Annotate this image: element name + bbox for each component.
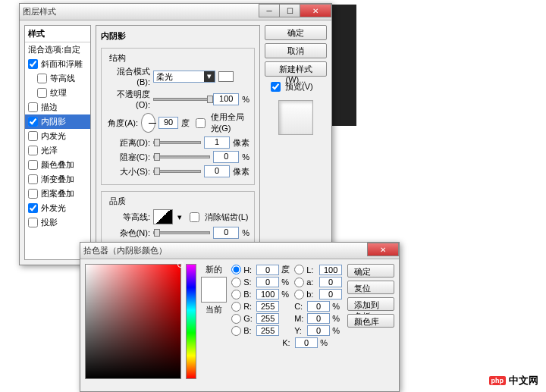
- current-color-label: 当前: [206, 304, 222, 315]
- layer-style-window: 图层样式 ─ ☐ ✕ 样式 混合选项:自定 斜面和浮雕 等高线 纹理 描边 内阴…: [19, 3, 332, 265]
- close-button[interactable]: ✕: [300, 4, 331, 17]
- check-drop-shadow[interactable]: [28, 218, 38, 227]
- radio-lab-b[interactable]: [294, 290, 304, 299]
- list-item[interactable]: 斜面和浮雕: [25, 57, 90, 71]
- panel-title: 内阴影: [101, 30, 255, 42]
- style-list: 样式 混合选项:自定 斜面和浮雕 等高线 纹理 描边 内阴影 内发光 光泽 颜色…: [24, 25, 91, 260]
- blend-options-item[interactable]: 混合选项:自定: [25, 42, 90, 57]
- radio-g[interactable]: [231, 314, 241, 324]
- list-item-inner-shadow[interactable]: 内阴影: [25, 114, 90, 129]
- logo-badge: php: [489, 376, 507, 385]
- h-input[interactable]: 0: [256, 265, 279, 275]
- distance-value[interactable]: 1: [204, 136, 230, 149]
- check-texture[interactable]: [37, 88, 47, 98]
- list-item[interactable]: 渐变叠加: [25, 172, 90, 187]
- radio-bb[interactable]: [231, 326, 241, 336]
- maximize-button[interactable]: ☐: [279, 4, 300, 17]
- list-item[interactable]: 外发光: [25, 201, 90, 215]
- choke-slider[interactable]: [153, 155, 210, 158]
- color-fields: H:0度 L:100 S:0% a:0 B:100% b:0 R:255 C:0…: [231, 264, 343, 387]
- chevron-down-icon[interactable]: ▾: [176, 212, 184, 222]
- c-input[interactable]: 0: [307, 301, 330, 312]
- check-gradient-overlay[interactable]: [28, 174, 38, 184]
- saturation-value-box[interactable]: [85, 264, 181, 379]
- preview-thumbnail: [278, 100, 313, 135]
- check-outer-glow[interactable]: [28, 203, 38, 213]
- r-input[interactable]: 255: [256, 301, 279, 312]
- minimize-button[interactable]: ─: [259, 4, 280, 17]
- ok-button[interactable]: 确定: [265, 25, 327, 40]
- color-swatch[interactable]: [218, 71, 234, 82]
- lab-b-input[interactable]: 0: [319, 289, 342, 299]
- contour-thumbnail[interactable]: [153, 209, 173, 224]
- m-input[interactable]: 0: [307, 313, 330, 324]
- contour-label: 等高线:: [106, 212, 150, 223]
- k-input[interactable]: 0: [295, 337, 318, 348]
- global-light-check[interactable]: [196, 118, 206, 128]
- blend-mode-combo[interactable]: 柔光▾: [153, 71, 215, 83]
- check-inner-glow[interactable]: [28, 131, 38, 141]
- check-pattern-overlay[interactable]: [28, 189, 38, 199]
- choke-label: 阻塞(C):: [106, 152, 150, 163]
- hue-strip[interactable]: [186, 264, 196, 379]
- check-contour[interactable]: [37, 74, 47, 83]
- logo-text: 中文网: [509, 374, 538, 387]
- radio-l[interactable]: [294, 265, 304, 274]
- g-input[interactable]: 255: [256, 313, 279, 324]
- noise-slider[interactable]: [153, 231, 210, 234]
- s-input[interactable]: 0: [256, 277, 279, 287]
- reset-button[interactable]: 复位: [347, 281, 394, 294]
- l-input[interactable]: 100: [319, 265, 342, 275]
- a-input[interactable]: 0: [319, 277, 342, 287]
- close-button[interactable]: ✕: [367, 243, 399, 256]
- radio-r[interactable]: [231, 302, 241, 312]
- list-item[interactable]: 内发光: [25, 129, 90, 143]
- sv-cursor-icon: [177, 262, 184, 268]
- settings-panel: 内阴影 结构 混合模式(B): 柔光▾ 不透明度(O): 100 % 角度(A)…: [96, 25, 260, 260]
- ok-button[interactable]: 确定: [347, 264, 394, 278]
- b-rgb-input[interactable]: 255: [256, 325, 279, 336]
- preview-check[interactable]: [271, 82, 281, 92]
- list-item[interactable]: 描边: [25, 100, 90, 114]
- color-picker-title: 拾色器（内阴影颜色）: [83, 245, 167, 256]
- color-library-button[interactable]: 颜色库: [347, 314, 394, 328]
- check-stroke[interactable]: [28, 102, 38, 112]
- dialog-actions: 确定 取消 新建样式(W)... 预览(V): [265, 25, 327, 260]
- list-item[interactable]: 等高线: [25, 71, 90, 86]
- check-satin[interactable]: [28, 146, 38, 155]
- new-current-swatch[interactable]: [201, 277, 227, 303]
- check-color-overlay[interactable]: [28, 160, 38, 170]
- radio-b[interactable]: [231, 290, 241, 299]
- list-item[interactable]: 纹理: [25, 86, 90, 100]
- add-swatch-button[interactable]: 添加到色板: [347, 297, 394, 311]
- color-picker-window: 拾色器（内阴影颜色） ✕ 新的 当前 H:0度 L:100 S:0% a:0 B…: [80, 242, 400, 392]
- radio-h[interactable]: [231, 265, 241, 274]
- new-color-label: 新的: [206, 264, 222, 275]
- radio-s[interactable]: [231, 278, 241, 287]
- distance-slider[interactable]: [153, 141, 201, 144]
- antialias-check[interactable]: [190, 212, 199, 222]
- site-logo: php 中文网: [489, 374, 539, 387]
- noise-value[interactable]: 0: [213, 227, 239, 239]
- b-hsb-input[interactable]: 100: [256, 289, 279, 299]
- opacity-slider[interactable]: [153, 98, 210, 101]
- angle-value[interactable]: 90: [158, 117, 177, 129]
- cancel-button[interactable]: 取消: [265, 43, 327, 58]
- list-item[interactable]: 投影: [25, 215, 90, 230]
- size-label: 大小(S):: [106, 166, 150, 177]
- list-item[interactable]: 图案叠加: [25, 187, 90, 201]
- new-style-button[interactable]: 新建样式(W)...: [265, 61, 327, 77]
- list-item[interactable]: 颜色叠加: [25, 158, 90, 172]
- layer-style-titlebar[interactable]: 图层样式 ─ ☐ ✕: [20, 4, 331, 20]
- choke-value[interactable]: 0: [213, 151, 239, 163]
- y-input[interactable]: 0: [307, 325, 330, 336]
- check-bevel[interactable]: [28, 59, 38, 69]
- size-slider[interactable]: [153, 170, 201, 173]
- size-value[interactable]: 0: [204, 165, 230, 177]
- color-picker-titlebar[interactable]: 拾色器（内阴影颜色） ✕: [80, 243, 399, 259]
- angle-dial[interactable]: [141, 113, 155, 133]
- check-inner-shadow[interactable]: [28, 117, 38, 127]
- radio-a[interactable]: [294, 278, 304, 287]
- opacity-value[interactable]: 100: [213, 93, 239, 105]
- list-item[interactable]: 光泽: [25, 143, 90, 158]
